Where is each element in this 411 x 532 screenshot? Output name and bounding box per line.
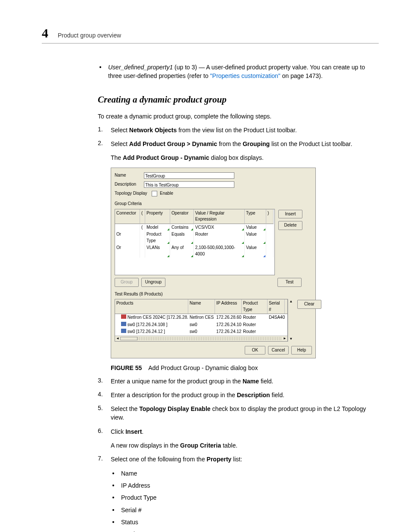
list-item: •Serial #	[111, 506, 379, 514]
enable-label: Enable	[160, 190, 173, 197]
table-row[interactable]: (ModelContainsVCS/VDXValue	[115, 224, 274, 231]
list-item: •Status	[111, 518, 379, 526]
topology-label: Topology Display	[115, 190, 149, 197]
name-field[interactable]: TestGroup	[144, 172, 234, 179]
ungroup-button[interactable]: Ungroup	[141, 278, 165, 287]
vertical-scrollbar[interactable]: ▲ ▼	[288, 299, 294, 342]
delete-button[interactable]: Delete	[278, 221, 302, 230]
step-4: 4. Enter a description for the product g…	[98, 391, 379, 399]
step-6-sub: A new row displays in the Group Criteria…	[111, 441, 379, 450]
list-item: •Product Type	[111, 493, 379, 502]
device-icon	[121, 329, 126, 333]
section-heading: Creating a dynamic product group	[98, 94, 379, 105]
insert-button[interactable]: Insert	[278, 210, 302, 219]
step-3: 3. Enter a unique name for the product g…	[98, 377, 379, 386]
step-7: 7. Select one of the following from the …	[98, 455, 379, 464]
device-icon	[121, 322, 126, 326]
test-results-table[interactable]: Products Name IP Address Product Type Se…	[115, 299, 288, 342]
ok-button[interactable]: OK	[245, 346, 265, 355]
scroll-up-icon[interactable]: ▲	[290, 299, 293, 304]
table-row[interactable]: NetIron CES 2024C [172.26.28.60]NetIron …	[115, 314, 287, 321]
step-5: 5. Select the Topology Display Enable ch…	[98, 404, 379, 422]
bullet-icon: •	[111, 481, 116, 490]
device-icon	[121, 314, 126, 319]
table-row[interactable]: OrVLANsAny of2,100-500,600,1000-4000Valu…	[115, 244, 274, 258]
properties-customization-link[interactable]: "Properties customization"	[210, 72, 280, 79]
horizontal-scrollbar[interactable]: ◄ ►	[115, 336, 287, 341]
figure-caption: FIGURE 55 Add Product Group - Dynamic di…	[111, 364, 379, 372]
page-header: 4 Product group overview	[42, 26, 379, 44]
description-field[interactable]: This is TestGroup	[144, 181, 234, 188]
description-label: Description	[115, 181, 141, 188]
test-results-label: Test Results (8 Products)	[115, 291, 312, 298]
step-2: 2. Select Add Product Group > Dynamic fr…	[98, 140, 379, 148]
table-row[interactable]: OrProduct TypeEqualsRouterValue	[115, 231, 274, 244]
help-button[interactable]: Help	[291, 346, 312, 355]
bullet-icon: •	[111, 506, 116, 514]
list-item: • User_defined_property1 (up to 3) — A u…	[98, 63, 379, 81]
step-2-sub: The Add Product Group - Dynamic dialog b…	[111, 153, 379, 162]
bullet-icon: •	[111, 469, 116, 478]
bullet-icon: •	[111, 530, 116, 532]
bullet-icon: •	[111, 518, 116, 526]
group-button[interactable]: Group	[115, 278, 139, 287]
clear-button[interactable]: Clear	[297, 300, 321, 309]
table-row[interactable]: sw0 [172.26.24.108 ]sw0172.26.24.108Rout…	[115, 321, 287, 329]
table-row[interactable]: sw0 [172.26.24.12 ]sw0172.26.24.12Router	[115, 328, 287, 336]
bullet-icon: •	[98, 63, 103, 81]
scroll-down-icon[interactable]: ▼	[290, 336, 293, 342]
list-item: •Vendor	[111, 530, 379, 532]
enable-checkbox[interactable]	[152, 191, 157, 196]
criteria-table[interactable]: Connector ( Property Operator Value / Re…	[115, 209, 275, 276]
step-1: 1. Select Network Objects from the view …	[98, 126, 379, 134]
lead-paragraph: To create a dynamic product group, compl…	[98, 112, 379, 121]
list-item: •Name	[111, 469, 379, 478]
scroll-left-icon[interactable]: ◄	[116, 336, 119, 341]
bullet-icon: •	[111, 493, 116, 502]
cancel-button[interactable]: Cancel	[268, 346, 289, 355]
name-label: Name	[115, 172, 141, 179]
add-product-group-dialog: Name TestGroup Description This is TestG…	[111, 168, 316, 359]
list-item: •IP Address	[111, 481, 379, 490]
products-tree-header: Products	[115, 299, 188, 314]
bullet-text: User_defined_property1 (up to 3) — A use…	[108, 63, 379, 81]
group-criteria-label: Group Criteria	[115, 201, 312, 207]
step-6: 6. Click Insert.	[98, 427, 379, 436]
chapter-number: 4	[42, 26, 48, 40]
header-title: Product group overview	[58, 32, 121, 39]
test-button[interactable]: Test	[277, 278, 302, 287]
scroll-right-icon[interactable]: ►	[283, 336, 286, 341]
